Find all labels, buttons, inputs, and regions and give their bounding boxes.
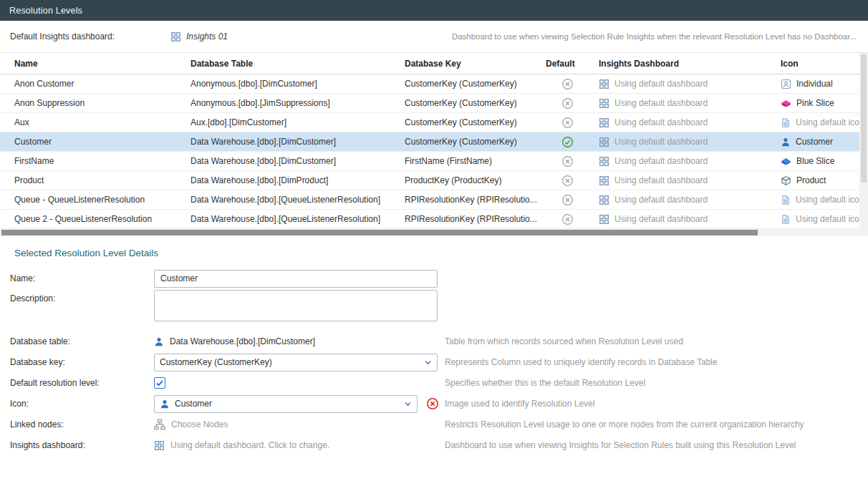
- cell-database-table: Data Warehouse.[dbo].[DimCustomer]: [191, 137, 405, 147]
- page-header: Resolution Levels: [0, 0, 868, 21]
- cell-database-table: Aux.[dbo].[DimCustomer]: [191, 117, 405, 127]
- cell-name: Product: [14, 175, 191, 185]
- table-row-product[interactable]: ProductData Warehouse.[dbo].[DimProduct]…: [0, 171, 859, 190]
- linked-nodes-help: Restricts Resolution Level usage to one …: [445, 419, 857, 429]
- customer-icon: [160, 399, 170, 409]
- choose-nodes-button[interactable]: Choose Nodes: [154, 419, 445, 430]
- chevron-down-icon: [424, 359, 432, 366]
- column-header-insights-dashboard[interactable]: Insights Dashboard: [599, 59, 781, 69]
- insights-dashboard-label: Insights dashboard:: [10, 440, 154, 450]
- default-dashboard-row: Default Insights dashboard: Insights 01 …: [0, 21, 868, 52]
- cell-default: [546, 136, 599, 148]
- database-key-row: Database key: CustomerKey (CustomerKey) …: [10, 353, 857, 371]
- individual-icon: [781, 79, 791, 89]
- column-header-default[interactable]: Default: [546, 59, 599, 69]
- customer-icon: [781, 137, 791, 147]
- default-dashboard-label: Default Insights dashboard:: [10, 31, 170, 42]
- icon-field-row: Icon: Customer Image used to identify Re…: [10, 394, 857, 413]
- table-row-queue-2-queuelistenerresolution[interactable]: Queue 2 - QueueListenerResolutionData Wa…: [0, 210, 859, 229]
- icon-help: Image used to identify Resolution Level: [445, 399, 857, 409]
- default-dashboard-chooser[interactable]: Insights 01: [170, 31, 228, 42]
- cell-database-key: CustomerKey (CustomerKey): [405, 137, 546, 147]
- dashboard-icon: [599, 98, 609, 109]
- chevron-down-icon: [404, 400, 412, 408]
- dashboard-icon: [170, 31, 181, 42]
- cell-insights-dashboard: Using default dashboard: [599, 195, 781, 205]
- cell-database-key: FirstName (FirstName): [405, 156, 546, 166]
- column-header-database-key[interactable]: Database Key: [405, 59, 546, 69]
- default-no-icon: [561, 213, 574, 225]
- cell-insights-dashboard: Using default dashboard: [599, 98, 781, 109]
- cell-database-table: Data Warehouse.[dbo].[QueueListenerResol…: [191, 195, 405, 205]
- cell-icon: Using default icon: [781, 195, 859, 205]
- details-title: Selected Resolution Level Details: [14, 248, 857, 258]
- table-row-anon-suppression[interactable]: Anon SuppressionAnonymous.[dbo].[JimSupp…: [0, 94, 859, 113]
- default-page-icon: [781, 214, 791, 225]
- cell-database-key: CustomerKey (CustomerKey): [405, 98, 546, 108]
- cell-insights-dashboard: Using default dashboard: [599, 214, 781, 225]
- table-row-queue-queuelistenerresolution[interactable]: Queue - QueueListenerResolutionData Ware…: [0, 190, 859, 210]
- vertical-scrollbar[interactable]: [859, 53, 868, 236]
- insights-dashboard-help: Dashboard to use when viewing Insights f…: [445, 440, 857, 450]
- linked-nodes-row: Linked nodes: Choose Nodes Restricts Res…: [10, 415, 857, 434]
- column-header-icon[interactable]: Icon: [781, 59, 859, 69]
- name-label: Name:: [10, 273, 154, 283]
- cell-database-key: CustomerKey (CustomerKey): [405, 79, 546, 89]
- cell-database-table: Data Warehouse.[dbo].[DimCustomer]: [191, 156, 405, 166]
- insights-dashboard-button[interactable]: Using default dashboard. Click to change…: [154, 440, 445, 451]
- cell-icon: Blue Slice: [781, 156, 859, 167]
- default-level-help: Specifies whether this is the default Re…: [445, 378, 857, 388]
- dashboard-icon: [599, 156, 609, 167]
- table-row-anon-customer[interactable]: Anon CustomerAnonymous.[dbo].[DimCustome…: [0, 74, 859, 94]
- table-row-aux[interactable]: AuxAux.[dbo].[DimCustomer]CustomerKey (C…: [0, 113, 859, 132]
- table-row-customer[interactable]: CustomerData Warehouse.[dbo].[DimCustome…: [0, 132, 859, 152]
- database-table-picker[interactable]: Data Warehouse.[dbo].[DimCustomer]: [154, 336, 445, 347]
- table-body: Anon CustomerAnonymous.[dbo].[DimCustome…: [0, 74, 859, 229]
- customer-icon: [154, 336, 164, 347]
- vertical-scrollbar-thumb[interactable]: [861, 54, 867, 183]
- cell-insights-dashboard: Using default dashboard: [599, 137, 781, 147]
- product-icon: [781, 175, 791, 186]
- cell-name: Customer: [14, 137, 191, 147]
- dashboard-icon: [599, 195, 609, 205]
- database-key-select[interactable]: CustomerKey (CustomerKey): [154, 354, 438, 371]
- cell-icon: Individual: [781, 79, 859, 89]
- database-table-value: Data Warehouse.[dbo].[DimCustomer]: [170, 336, 315, 346]
- cell-name: Queue - QueueListenerResolution: [14, 195, 191, 205]
- name-input[interactable]: [154, 270, 438, 288]
- table-row-firstname[interactable]: FirstNameData Warehouse.[dbo].[DimCustom…: [0, 152, 859, 171]
- description-input[interactable]: [154, 290, 438, 321]
- linked-nodes-label: Linked nodes:: [10, 419, 154, 429]
- database-table-row: Database table: Data Warehouse.[dbo].[Di…: [10, 332, 857, 351]
- default-no-icon: [561, 97, 574, 110]
- default-no-icon: [561, 155, 574, 167]
- column-header-name[interactable]: Name: [14, 59, 191, 69]
- choose-nodes-label: Choose Nodes: [171, 419, 228, 429]
- cell-name: Aux: [14, 117, 191, 127]
- icon-select[interactable]: Customer: [154, 395, 418, 413]
- cell-name: Anon Suppression: [14, 98, 191, 108]
- insights-dashboard-row: Insights dashboard: Using default dashbo…: [10, 436, 857, 455]
- remove-icon-button[interactable]: [426, 397, 439, 410]
- dashboard-icon: [599, 214, 609, 225]
- cell-database-table: Anonymous.[dbo].[JimSuppressions]: [191, 98, 405, 108]
- cell-insights-dashboard: Using default dashboard: [599, 175, 781, 186]
- cell-default: [546, 78, 599, 90]
- description-field-row: Description:: [10, 290, 857, 324]
- horizontal-scrollbar[interactable]: [0, 229, 859, 236]
- insights-dashboard-value: Using default dashboard. Click to change…: [170, 440, 329, 450]
- horizontal-scrollbar-thumb[interactable]: [1, 230, 758, 235]
- cell-insights-dashboard: Using default dashboard: [599, 79, 781, 89]
- default-no-icon: [561, 175, 574, 187]
- default-resolution-checkbox[interactable]: [154, 377, 165, 389]
- icon-value: Customer: [175, 399, 399, 409]
- cell-database-key: CustomerKey (CustomerKey): [405, 117, 546, 127]
- cell-icon: Using default icon: [781, 214, 859, 225]
- hierarchy-nodes-icon: [154, 419, 165, 430]
- dashboard-icon: [599, 175, 609, 186]
- cell-default: [546, 97, 599, 110]
- dashboard-icon: [599, 137, 609, 147]
- cell-database-table: Anonymous.[dbo].[DimCustomer]: [191, 79, 405, 89]
- cell-name: Anon Customer: [14, 79, 191, 89]
- column-header-database-table[interactable]: Database Table: [191, 59, 405, 69]
